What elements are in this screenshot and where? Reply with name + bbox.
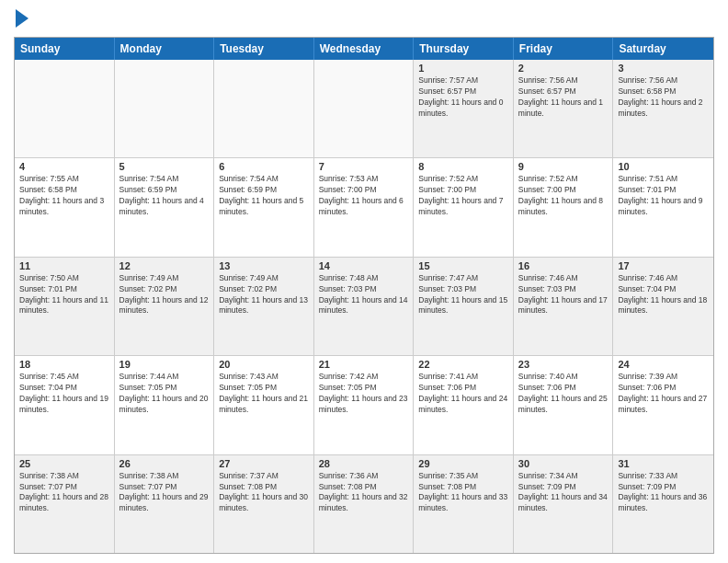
calendar-cell: 31Sunrise: 7:33 AM Sunset: 7:09 PM Dayli…: [613, 455, 713, 553]
cell-info-text: Sunrise: 7:53 AM Sunset: 7:00 PM Dayligh…: [319, 174, 409, 218]
cell-info-text: Sunrise: 7:42 AM Sunset: 7:05 PM Dayligh…: [319, 372, 409, 416]
weekday-header-thursday: Thursday: [414, 38, 514, 60]
day-number: 5: [119, 161, 210, 172]
day-number: 2: [518, 63, 609, 74]
calendar-cell: 29Sunrise: 7:35 AM Sunset: 7:08 PM Dayli…: [414, 455, 514, 553]
day-number: 6: [219, 161, 309, 172]
calendar-cell: 5Sunrise: 7:54 AM Sunset: 6:59 PM Daylig…: [115, 158, 215, 256]
day-number: 31: [618, 458, 709, 469]
cell-info-text: Sunrise: 7:34 AM Sunset: 7:09 PM Dayligh…: [518, 471, 609, 515]
day-number: 22: [418, 359, 508, 370]
day-number: 19: [119, 359, 210, 370]
calendar-cell: [314, 60, 415, 157]
day-number: 4: [19, 161, 109, 172]
day-number: 20: [219, 359, 309, 370]
cell-info-text: Sunrise: 7:55 AM Sunset: 6:58 PM Dayligh…: [19, 174, 109, 218]
cell-info-text: Sunrise: 7:36 AM Sunset: 7:08 PM Dayligh…: [319, 471, 409, 515]
cell-info-text: Sunrise: 7:38 AM Sunset: 7:07 PM Dayligh…: [119, 471, 210, 515]
cell-info-text: Sunrise: 7:56 AM Sunset: 6:57 PM Dayligh…: [518, 75, 609, 120]
cell-info-text: Sunrise: 7:54 AM Sunset: 6:59 PM Dayligh…: [119, 174, 210, 218]
day-number: 11: [19, 260, 109, 271]
calendar-cell: 1Sunrise: 7:57 AM Sunset: 6:57 PM Daylig…: [414, 60, 514, 157]
cell-info-text: Sunrise: 7:54 AM Sunset: 6:59 PM Dayligh…: [219, 174, 309, 218]
calendar-body: 1Sunrise: 7:57 AM Sunset: 6:57 PM Daylig…: [15, 60, 713, 553]
weekday-header-saturday: Saturday: [613, 38, 713, 60]
calendar-cell: 24Sunrise: 7:39 AM Sunset: 7:06 PM Dayli…: [613, 356, 713, 454]
calendar-cell: 2Sunrise: 7:56 AM Sunset: 6:57 PM Daylig…: [514, 60, 614, 157]
cell-info-text: Sunrise: 7:52 AM Sunset: 7:00 PM Dayligh…: [418, 174, 508, 218]
calendar-cell: 6Sunrise: 7:54 AM Sunset: 6:59 PM Daylig…: [214, 158, 314, 256]
calendar-cell: 19Sunrise: 7:44 AM Sunset: 7:05 PM Dayli…: [115, 356, 215, 454]
day-number: 14: [319, 260, 409, 271]
day-number: 13: [219, 260, 309, 271]
day-number: 15: [418, 260, 508, 271]
weekday-header-monday: Monday: [115, 38, 215, 60]
cell-info-text: Sunrise: 7:35 AM Sunset: 7:08 PM Dayligh…: [418, 471, 508, 515]
calendar-cell: 30Sunrise: 7:34 AM Sunset: 7:09 PM Dayli…: [514, 455, 614, 553]
cell-info-text: Sunrise: 7:38 AM Sunset: 7:07 PM Dayligh…: [19, 471, 109, 515]
cell-info-text: Sunrise: 7:37 AM Sunset: 7:08 PM Dayligh…: [219, 471, 309, 515]
calendar-cell: 4Sunrise: 7:55 AM Sunset: 6:58 PM Daylig…: [15, 158, 115, 256]
cell-info-text: Sunrise: 7:46 AM Sunset: 7:03 PM Dayligh…: [518, 273, 609, 317]
calendar-row: 11Sunrise: 7:50 AM Sunset: 7:01 PM Dayli…: [15, 258, 713, 356]
logo: [14, 9, 28, 29]
day-number: 25: [19, 458, 109, 469]
cell-info-text: Sunrise: 7:57 AM Sunset: 6:57 PM Dayligh…: [418, 75, 508, 120]
cell-info-text: Sunrise: 7:39 AM Sunset: 7:06 PM Dayligh…: [618, 372, 709, 416]
day-number: 12: [119, 260, 210, 271]
day-number: 10: [618, 161, 709, 172]
day-number: 3: [618, 63, 709, 74]
day-number: 18: [19, 359, 109, 370]
calendar-cell: [115, 60, 215, 157]
day-number: 9: [518, 161, 609, 172]
cell-info-text: Sunrise: 7:41 AM Sunset: 7:06 PM Dayligh…: [418, 372, 508, 416]
day-number: 23: [518, 359, 609, 370]
calendar-cell: 25Sunrise: 7:38 AM Sunset: 7:07 PM Dayli…: [15, 455, 115, 553]
calendar-cell: 8Sunrise: 7:52 AM Sunset: 7:00 PM Daylig…: [414, 158, 514, 256]
calendar-cell: 18Sunrise: 7:45 AM Sunset: 7:04 PM Dayli…: [15, 356, 115, 454]
calendar-cell: 21Sunrise: 7:42 AM Sunset: 7:05 PM Dayli…: [314, 356, 415, 454]
calendar-row: 4Sunrise: 7:55 AM Sunset: 6:58 PM Daylig…: [15, 158, 713, 257]
cell-info-text: Sunrise: 7:48 AM Sunset: 7:03 PM Dayligh…: [319, 273, 409, 317]
day-number: 7: [319, 161, 409, 172]
cell-info-text: Sunrise: 7:46 AM Sunset: 7:04 PM Dayligh…: [618, 273, 709, 317]
logo-arrow-icon: [16, 9, 28, 28]
header: [14, 9, 714, 29]
cell-info-text: Sunrise: 7:49 AM Sunset: 7:02 PM Dayligh…: [119, 273, 210, 317]
calendar-cell: 9Sunrise: 7:52 AM Sunset: 7:00 PM Daylig…: [514, 158, 614, 256]
calendar-cell: 28Sunrise: 7:36 AM Sunset: 7:08 PM Dayli…: [314, 455, 415, 553]
cell-info-text: Sunrise: 7:40 AM Sunset: 7:06 PM Dayligh…: [518, 372, 609, 416]
day-number: 16: [518, 260, 609, 271]
day-number: 8: [418, 161, 508, 172]
calendar-cell: 7Sunrise: 7:53 AM Sunset: 7:00 PM Daylig…: [314, 158, 415, 256]
day-number: 26: [119, 458, 210, 469]
calendar-cell: 14Sunrise: 7:48 AM Sunset: 7:03 PM Dayli…: [314, 258, 415, 355]
calendar-cell: [214, 60, 314, 157]
cell-info-text: Sunrise: 7:45 AM Sunset: 7:04 PM Dayligh…: [19, 372, 109, 416]
weekday-header-friday: Friday: [514, 38, 614, 60]
calendar-cell: 10Sunrise: 7:51 AM Sunset: 7:01 PM Dayli…: [613, 158, 713, 256]
calendar-cell: 17Sunrise: 7:46 AM Sunset: 7:04 PM Dayli…: [613, 258, 713, 355]
calendar-cell: 20Sunrise: 7:43 AM Sunset: 7:05 PM Dayli…: [214, 356, 314, 454]
calendar-cell: 12Sunrise: 7:49 AM Sunset: 7:02 PM Dayli…: [115, 258, 215, 355]
day-number: 30: [518, 458, 609, 469]
calendar-cell: 16Sunrise: 7:46 AM Sunset: 7:03 PM Dayli…: [514, 258, 614, 355]
cell-info-text: Sunrise: 7:50 AM Sunset: 7:01 PM Dayligh…: [19, 273, 109, 317]
calendar-cell: 3Sunrise: 7:56 AM Sunset: 6:58 PM Daylig…: [613, 60, 713, 157]
calendar-row: 1Sunrise: 7:57 AM Sunset: 6:57 PM Daylig…: [15, 60, 713, 158]
cell-info-text: Sunrise: 7:51 AM Sunset: 7:01 PM Dayligh…: [618, 174, 709, 218]
cell-info-text: Sunrise: 7:43 AM Sunset: 7:05 PM Dayligh…: [219, 372, 309, 416]
calendar-cell: 23Sunrise: 7:40 AM Sunset: 7:06 PM Dayli…: [514, 356, 614, 454]
cell-info-text: Sunrise: 7:49 AM Sunset: 7:02 PM Dayligh…: [219, 273, 309, 317]
weekday-header-tuesday: Tuesday: [214, 38, 314, 60]
day-number: 24: [618, 359, 709, 370]
cell-info-text: Sunrise: 7:47 AM Sunset: 7:03 PM Dayligh…: [418, 273, 508, 317]
day-number: 28: [319, 458, 409, 469]
calendar-row: 25Sunrise: 7:38 AM Sunset: 7:07 PM Dayli…: [15, 455, 713, 553]
calendar-cell: 22Sunrise: 7:41 AM Sunset: 7:06 PM Dayli…: [414, 356, 514, 454]
cell-info-text: Sunrise: 7:33 AM Sunset: 7:09 PM Dayligh…: [618, 471, 709, 515]
cell-info-text: Sunrise: 7:44 AM Sunset: 7:05 PM Dayligh…: [119, 372, 210, 416]
day-number: 29: [418, 458, 508, 469]
cell-info-text: Sunrise: 7:56 AM Sunset: 6:58 PM Dayligh…: [618, 75, 709, 120]
calendar-cell: 27Sunrise: 7:37 AM Sunset: 7:08 PM Dayli…: [214, 455, 314, 553]
